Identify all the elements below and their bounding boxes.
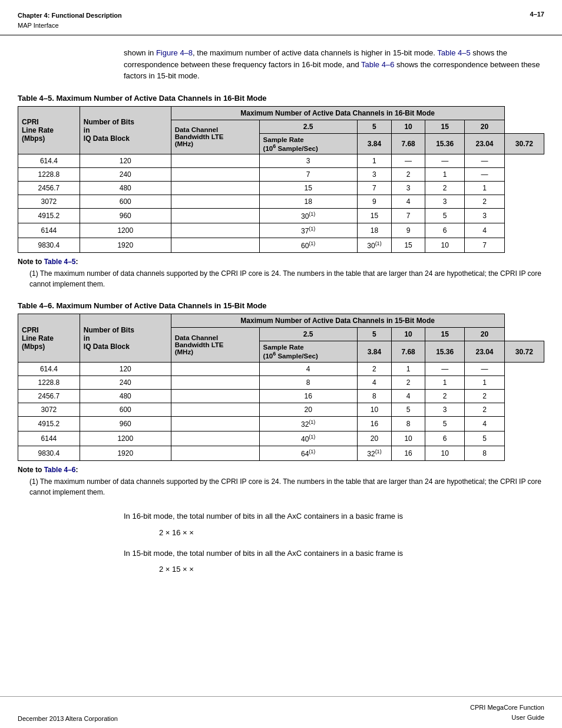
cpri-rate-cell: 1228.8 [18,376,80,390]
table5-note-link[interactable]: Table 4–5 [44,258,76,266]
value-cell: 18 [357,223,391,238]
table-row: 6144120037(1)18964 [18,223,544,238]
value-cell: 10 [425,238,465,253]
table6-note-text: (1) The maximum number of data channels … [18,476,544,498]
value-cell: 3 [259,154,357,168]
value-cell: — [465,154,504,168]
value-cell: 2 [392,376,425,390]
bandwidth-cell [171,238,259,253]
value-cell: 2 [392,168,425,182]
value-cell: 32(1) [259,417,357,431]
value-cell: 60(1) [259,238,357,253]
bits-cell: 1920 [80,446,171,461]
value-cell: 5 [392,403,425,417]
cpri-rate-cell: 6144 [18,223,80,238]
value-cell: 10 [357,403,391,417]
bw-sub-header: Data ChannelBandwidth LTE(MHz) [171,328,259,363]
table-row: 1228.82407321— [18,168,544,182]
table6-note-title: Note to Table 4–6: [18,466,544,474]
table5-note-text: (1) The maximum number of data channels … [18,268,544,289]
bits-cell: 1200 [80,431,171,446]
cpri-rate-cell: 3072 [18,403,80,417]
table-row: 614.4120421—— [18,363,544,376]
footer-left: December 2013 Altera Corporation [18,715,118,722]
freq-header: 5 [357,120,391,133]
value-cell: 16 [259,390,357,403]
main-content: shown in Figure 4–8, the maximum number … [0,41,562,595]
value-cell: 2 [465,403,504,417]
value-cell: 6 [425,223,465,238]
value-cell: 5 [465,431,504,446]
table-row: 614.412031——— [18,154,544,168]
bandwidth-cell [171,363,259,376]
bits-col-header: Number of BitsinIQ Data Block [80,106,171,154]
value-cell: 8 [357,390,391,403]
page-header: Chapter 4: Functional Description MAP In… [0,0,562,35]
value-cell: 8 [392,417,425,431]
bits-cell: 240 [80,376,171,390]
value-cell: 5 [425,209,465,223]
sample-rate-value: 23.04 [465,133,504,154]
value-cell: 2 [465,390,504,403]
bits-cell: 960 [80,417,171,431]
formula2: 2 × 15 × × [159,562,544,576]
bottom-line2: In 15-bit mode, the total number of bits… [124,546,544,560]
value-cell: 30(1) [357,238,391,253]
cpri-rate-cell: 3072 [18,195,80,209]
value-cell: 2 [357,363,391,376]
value-cell: 1 [425,376,465,390]
table6-link[interactable]: Table 4–6 [361,60,394,69]
table-row: 30726002010532 [18,403,544,417]
bandwidth-cell [171,195,259,209]
bandwidth-cell [171,403,259,417]
value-cell: 3 [465,209,504,223]
value-cell: 1 [392,363,425,376]
value-cell: 5 [425,417,465,431]
table-row: 4915.296032(1)16854 [18,417,544,431]
value-cell: 8 [259,376,357,390]
chapter-title: Chapter 4: Functional Description [18,11,122,21]
figure-link[interactable]: Figure 4–8 [156,48,193,57]
freq-header: 2.5 [259,120,357,133]
freq-header: 5 [357,328,391,341]
table-row: 9830.4192064(1)32(1)16108 [18,446,544,461]
bandwidth-cell [171,154,259,168]
value-cell: 64(1) [259,446,357,461]
value-cell: 4 [259,363,357,376]
cpri-rate-cell: 1228.8 [18,168,80,182]
cpri-rate-cell: 2456.7 [18,182,80,195]
freq-header: 15 [425,120,465,133]
table-row: 3072600189432 [18,195,544,209]
table5-link[interactable]: Table 4–5 [437,48,470,57]
bandwidth-cell [171,168,259,182]
span-header: Maximum Number of Active Data Channels i… [171,106,504,120]
bits-cell: 120 [80,154,171,168]
sample-rate-value: 15.36 [425,133,465,154]
value-cell: 1 [465,182,504,195]
value-cell: 3 [392,182,425,195]
table-row: 2456.7480157321 [18,182,544,195]
table6-note-link[interactable]: Table 4–6 [44,466,76,474]
sample-rate-value: 3.84 [357,133,391,154]
value-cell: 18 [259,195,357,209]
value-cell: 9 [392,223,425,238]
value-cell: 37(1) [259,223,357,238]
bits-cell: 960 [80,209,171,223]
cpri-col-header: CPRILine Rate(Mbps) [18,314,80,363]
bits-cell: 480 [80,390,171,403]
formula1: 2 × 16 × × [159,526,544,539]
value-cell: 2 [425,182,465,195]
value-cell: 10 [425,446,465,461]
value-cell: 4 [392,390,425,403]
freq-header: 2.5 [259,328,357,341]
value-cell: 30(1) [259,209,357,223]
value-cell: 15 [357,209,391,223]
value-cell: — [465,168,504,182]
bandwidth-cell [171,376,259,390]
value-cell: 15 [392,238,425,253]
table-row: 4915.296030(1)15753 [18,209,544,223]
value-cell: 3 [425,195,465,209]
value-cell: 7 [357,182,391,195]
value-cell: 6 [425,431,465,446]
freq-header: 15 [425,328,465,341]
